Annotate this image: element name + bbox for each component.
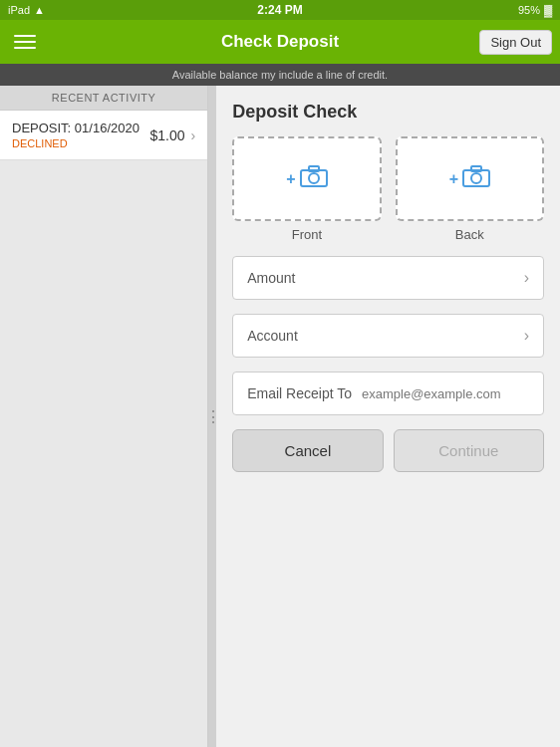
sign-out-button[interactable]: Sign Out	[479, 30, 552, 55]
battery-icon: ▓	[544, 4, 552, 16]
recent-activity-header: RECENT ACTIVITY	[0, 86, 207, 111]
header: Check Deposit Sign Out	[0, 20, 560, 64]
main-layout: RECENT ACTIVITY DEPOSIT: 01/16/2020 DECL…	[0, 86, 560, 747]
chevron-right-icon: ›	[191, 127, 196, 143]
activity-amount: $1.00	[149, 127, 184, 143]
notice-text: Available balance my include a line of c…	[172, 69, 388, 81]
right-panel: Deposit Check + Front	[216, 86, 560, 747]
activity-title: DEPOSIT: 01/16/2020	[12, 121, 140, 135]
wifi-icon: ▲	[34, 4, 45, 16]
page-title: Check Deposit	[221, 32, 339, 52]
account-label: Account	[247, 328, 298, 344]
hamburger-line	[14, 35, 36, 37]
front-photo-capture[interactable]: +	[232, 136, 381, 221]
svg-point-1	[309, 173, 319, 183]
svg-rect-2	[309, 166, 319, 171]
email-receipt-field[interactable]: Email Receipt To	[232, 372, 544, 415]
amount-field[interactable]: Amount ›	[232, 256, 544, 300]
hamburger-line	[14, 41, 36, 43]
activity-item[interactable]: DEPOSIT: 01/16/2020 DECLINED $1.00 ›	[0, 111, 207, 160]
carrier-label: iPad	[8, 4, 30, 16]
button-row: Cancel Continue	[232, 429, 544, 472]
activity-left: DEPOSIT: 01/16/2020 DECLINED	[12, 121, 140, 149]
continue-button[interactable]: Continue	[394, 429, 544, 472]
account-chevron-icon: ›	[524, 327, 529, 345]
activity-status: DECLINED	[12, 137, 140, 149]
camera-icon	[300, 165, 328, 193]
email-receipt-input[interactable]	[362, 386, 529, 401]
amount-label: Amount	[247, 270, 295, 286]
deposit-title: Deposit Check	[232, 102, 544, 123]
battery-percent: 95%	[518, 4, 540, 16]
status-time: 2:24 PM	[257, 3, 302, 17]
back-label: Back	[455, 227, 484, 242]
status-bar: iPad ▲ 2:24 PM 95% ▓	[0, 0, 560, 20]
activity-right: $1.00 ›	[149, 127, 195, 143]
email-receipt-label: Email Receipt To	[247, 385, 352, 401]
status-left: iPad ▲	[8, 4, 45, 16]
plus-icon: +	[449, 170, 458, 188]
front-label: Front	[292, 227, 322, 242]
hamburger-line	[14, 47, 36, 49]
svg-point-4	[471, 173, 481, 183]
front-photo-box: + Front	[232, 136, 381, 242]
status-right: 95% ▓	[518, 4, 552, 16]
amount-chevron-icon: ›	[524, 269, 529, 287]
cancel-button[interactable]: Cancel	[232, 429, 383, 472]
back-photo-capture[interactable]: +	[396, 136, 544, 221]
menu-button[interactable]	[10, 31, 40, 53]
resize-handle[interactable]: ⋮	[208, 86, 216, 747]
svg-rect-5	[471, 166, 481, 171]
left-panel: RECENT ACTIVITY DEPOSIT: 01/16/2020 DECL…	[0, 86, 208, 747]
notice-bar: Available balance my include a line of c…	[0, 64, 560, 86]
plus-icon: +	[286, 170, 295, 188]
photo-row: + Front +	[232, 136, 544, 242]
back-photo-box: + Back	[396, 136, 544, 242]
account-field[interactable]: Account ›	[232, 314, 544, 358]
camera-icon	[462, 165, 490, 193]
